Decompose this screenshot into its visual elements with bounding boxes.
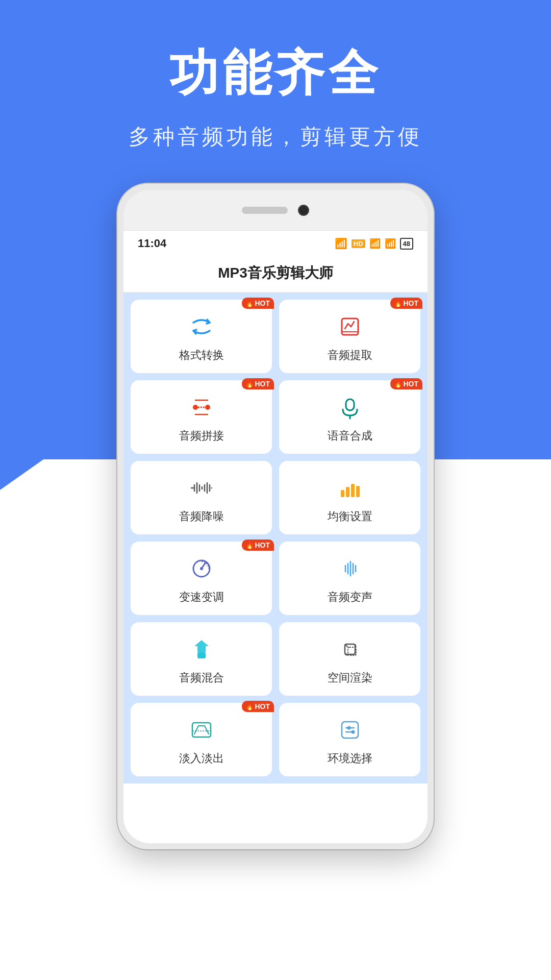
header-section: 功能齐全 多种音频功能，剪辑更方便 (0, 41, 551, 151)
denoise-label: 音频降噪 (179, 509, 224, 524)
eq-icon (336, 474, 364, 502)
app-title: MP3音乐剪辑大师 (123, 256, 428, 292)
speed-pitch-icon (188, 555, 215, 582)
feature-card-audio-splice[interactable]: HOT 音频拼接 (131, 380, 272, 454)
phone-mockup: 11:04 📶 HD 📶 📶 48 MP3音乐剪辑大师 HOT (117, 184, 434, 849)
status-bar: 11:04 📶 HD 📶 📶 48 (123, 231, 428, 256)
wifi-icon: 📶 (335, 237, 347, 250)
tts-label: 语音合成 (328, 428, 372, 444)
feature-card-audio-extract[interactable]: HOT 音频提取 (279, 300, 420, 373)
svg-rect-20 (351, 484, 355, 497)
svg-point-44 (351, 730, 355, 734)
svg-line-24 (202, 562, 206, 569)
svg-rect-18 (341, 490, 344, 497)
phone-outer: 11:04 📶 HD 📶 📶 48 MP3音乐剪辑大师 HOT (117, 184, 434, 849)
svg-point-2 (193, 405, 198, 410)
svg-rect-19 (346, 487, 349, 497)
feature-card-3d-render[interactable]: 空间渲染 (279, 622, 420, 696)
env-select-label: 环境选择 (328, 751, 372, 766)
status-icons: 📶 HD 📶 📶 48 (335, 237, 413, 250)
svg-marker-30 (194, 640, 209, 652)
svg-point-3 (205, 405, 210, 410)
hot-badge-splice: HOT (242, 378, 274, 389)
svg-line-37 (355, 654, 356, 655)
signal-icon: 📶 (369, 238, 381, 249)
hot-badge-tts: HOT (390, 378, 422, 389)
feature-card-speed-pitch[interactable]: HOT 变速变调 (131, 542, 272, 615)
status-time: 11:04 (138, 237, 166, 250)
svg-rect-0 (342, 318, 358, 335)
svg-rect-7 (346, 399, 354, 410)
feature-card-equalizer[interactable]: 均衡设置 (279, 461, 420, 534)
hot-badge-speed: HOT (242, 540, 274, 551)
env-select-icon (336, 716, 364, 744)
feature-card-fade[interactable]: HOT 淡入淡出 (131, 703, 272, 776)
svg-rect-21 (356, 486, 360, 497)
feature-card-audio-mix[interactable]: 音频混合 (131, 622, 272, 696)
feature-card-voice-change[interactable]: 音频变声 (279, 542, 420, 615)
main-title: 功能齐全 (0, 41, 551, 107)
svg-rect-31 (197, 652, 206, 658)
format-convert-label: 格式转换 (179, 348, 224, 363)
format-convert-icon (188, 313, 215, 340)
audio-splice-label: 音频拼接 (179, 428, 224, 444)
audio-extract-icon (336, 313, 364, 340)
audio-mix-label: 音频混合 (179, 670, 224, 685)
svg-rect-40 (342, 722, 358, 738)
sub-title: 多种音频功能，剪辑更方便 (0, 122, 551, 151)
phone-screen: 11:04 📶 HD 📶 📶 48 MP3音乐剪辑大师 HOT (123, 231, 428, 843)
hot-badge-extract: HOT (390, 298, 422, 309)
render-icon (336, 635, 364, 663)
fade-label: 淡入淡出 (179, 751, 224, 766)
svg-point-43 (347, 726, 350, 730)
battery-indicator: 48 (400, 238, 413, 250)
feature-card-denoise[interactable]: 音频降噪 (131, 461, 272, 534)
phone-inner: 11:04 📶 HD 📶 📶 48 MP3音乐剪辑大师 HOT (123, 190, 428, 843)
audio-mix-icon (188, 635, 215, 663)
speaker-grill (242, 207, 288, 214)
feature-card-env-select[interactable]: 环境选择 (279, 703, 420, 776)
tts-icon (336, 394, 364, 421)
audio-splice-icon (188, 394, 215, 421)
speed-pitch-label: 变速变调 (179, 590, 224, 605)
render-label: 空间渲染 (328, 670, 372, 685)
audio-extract-label: 音频提取 (328, 348, 372, 363)
svg-rect-38 (192, 723, 211, 737)
eq-label: 均衡设置 (328, 509, 372, 524)
hot-badge-fade: HOT (242, 701, 274, 712)
hot-badge-format: HOT (242, 298, 274, 309)
phone-hardware (123, 190, 428, 231)
feature-card-format-convert[interactable]: HOT 格式转换 (131, 300, 272, 373)
fade-icon (188, 716, 215, 744)
features-grid: HOT 格式转换 HOT (123, 292, 428, 783)
feature-card-tts[interactable]: HOT 语音合成 (279, 380, 420, 454)
camera-dot (298, 205, 309, 216)
denoise-icon (188, 474, 215, 502)
signal-icon2: 📶 (385, 238, 396, 249)
voice-change-icon (336, 555, 364, 582)
voice-change-label: 音频变声 (328, 590, 372, 605)
hd-badge: HD (352, 239, 365, 248)
